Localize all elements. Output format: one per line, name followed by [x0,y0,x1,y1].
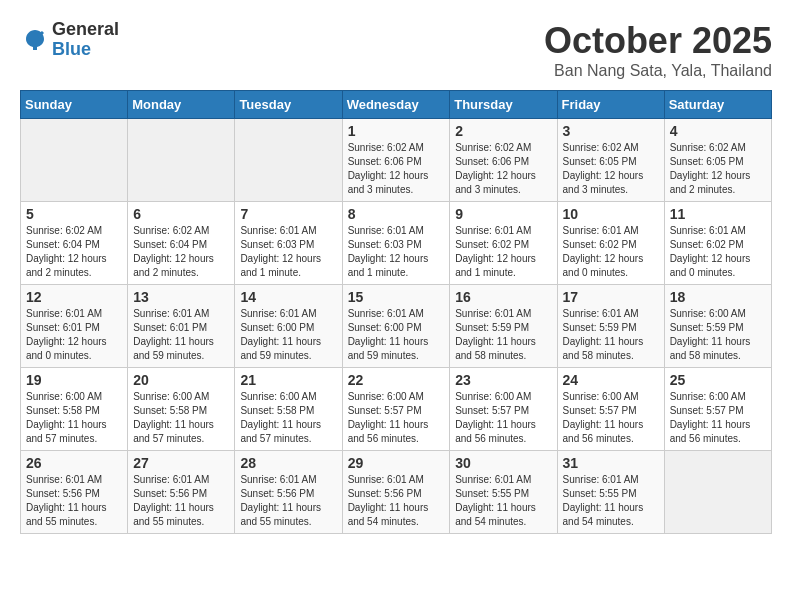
week-row-2: 5Sunrise: 6:02 AM Sunset: 6:04 PM Daylig… [21,202,772,285]
day-number: 24 [563,372,659,388]
header-row: SundayMondayTuesdayWednesdayThursdayFrid… [21,91,772,119]
calendar-cell: 27Sunrise: 6:01 AM Sunset: 5:56 PM Dayli… [128,451,235,534]
logo-general-text: General [52,20,119,40]
day-number: 29 [348,455,445,471]
day-info: Sunrise: 6:01 AM Sunset: 5:56 PM Dayligh… [26,473,122,529]
day-number: 1 [348,123,445,139]
day-info: Sunrise: 6:01 AM Sunset: 6:03 PM Dayligh… [348,224,445,280]
day-info: Sunrise: 6:01 AM Sunset: 6:01 PM Dayligh… [26,307,122,363]
day-number: 27 [133,455,229,471]
week-row-4: 19Sunrise: 6:00 AM Sunset: 5:58 PM Dayli… [21,368,772,451]
day-number: 20 [133,372,229,388]
calendar-cell: 15Sunrise: 6:01 AM Sunset: 6:00 PM Dayli… [342,285,450,368]
calendar-cell [235,119,342,202]
title-area: October 2025 Ban Nang Sata, Yala, Thaila… [544,20,772,80]
day-number: 16 [455,289,551,305]
day-info: Sunrise: 6:01 AM Sunset: 5:55 PM Dayligh… [455,473,551,529]
day-info: Sunrise: 6:00 AM Sunset: 5:57 PM Dayligh… [563,390,659,446]
calendar-cell: 11Sunrise: 6:01 AM Sunset: 6:02 PM Dayli… [664,202,771,285]
day-number: 14 [240,289,336,305]
day-info: Sunrise: 6:01 AM Sunset: 6:00 PM Dayligh… [348,307,445,363]
calendar-body: 1Sunrise: 6:02 AM Sunset: 6:06 PM Daylig… [21,119,772,534]
day-info: Sunrise: 6:00 AM Sunset: 5:57 PM Dayligh… [670,390,766,446]
day-number: 6 [133,206,229,222]
day-info: Sunrise: 6:01 AM Sunset: 6:03 PM Dayligh… [240,224,336,280]
calendar-cell: 21Sunrise: 6:00 AM Sunset: 5:58 PM Dayli… [235,368,342,451]
day-number: 30 [455,455,551,471]
day-info: Sunrise: 6:01 AM Sunset: 6:02 PM Dayligh… [670,224,766,280]
header-day-wednesday: Wednesday [342,91,450,119]
day-number: 23 [455,372,551,388]
calendar-cell: 2Sunrise: 6:02 AM Sunset: 6:06 PM Daylig… [450,119,557,202]
calendar-cell: 3Sunrise: 6:02 AM Sunset: 6:05 PM Daylig… [557,119,664,202]
header: General Blue October 2025 Ban Nang Sata,… [20,20,772,80]
day-info: Sunrise: 6:01 AM Sunset: 5:56 PM Dayligh… [240,473,336,529]
calendar-cell: 29Sunrise: 6:01 AM Sunset: 5:56 PM Dayli… [342,451,450,534]
day-info: Sunrise: 6:00 AM Sunset: 5:57 PM Dayligh… [348,390,445,446]
calendar-cell: 5Sunrise: 6:02 AM Sunset: 6:04 PM Daylig… [21,202,128,285]
day-info: Sunrise: 6:01 AM Sunset: 5:56 PM Dayligh… [133,473,229,529]
month-title: October 2025 [544,20,772,62]
week-row-1: 1Sunrise: 6:02 AM Sunset: 6:06 PM Daylig… [21,119,772,202]
calendar-cell: 20Sunrise: 6:00 AM Sunset: 5:58 PM Dayli… [128,368,235,451]
day-number: 25 [670,372,766,388]
day-info: Sunrise: 6:00 AM Sunset: 5:57 PM Dayligh… [455,390,551,446]
day-info: Sunrise: 6:00 AM Sunset: 5:58 PM Dayligh… [26,390,122,446]
calendar-cell: 12Sunrise: 6:01 AM Sunset: 6:01 PM Dayli… [21,285,128,368]
calendar-cell: 13Sunrise: 6:01 AM Sunset: 6:01 PM Dayli… [128,285,235,368]
day-number: 17 [563,289,659,305]
calendar-cell: 6Sunrise: 6:02 AM Sunset: 6:04 PM Daylig… [128,202,235,285]
header-day-sunday: Sunday [21,91,128,119]
header-day-friday: Friday [557,91,664,119]
day-number: 28 [240,455,336,471]
calendar-cell: 23Sunrise: 6:00 AM Sunset: 5:57 PM Dayli… [450,368,557,451]
day-number: 31 [563,455,659,471]
calendar-cell: 19Sunrise: 6:00 AM Sunset: 5:58 PM Dayli… [21,368,128,451]
day-info: Sunrise: 6:01 AM Sunset: 5:59 PM Dayligh… [455,307,551,363]
calendar-cell: 16Sunrise: 6:01 AM Sunset: 5:59 PM Dayli… [450,285,557,368]
calendar-cell: 9Sunrise: 6:01 AM Sunset: 6:02 PM Daylig… [450,202,557,285]
header-day-monday: Monday [128,91,235,119]
day-info: Sunrise: 6:01 AM Sunset: 6:02 PM Dayligh… [455,224,551,280]
day-number: 5 [26,206,122,222]
header-day-tuesday: Tuesday [235,91,342,119]
day-number: 11 [670,206,766,222]
logo-text: General Blue [52,20,119,60]
calendar-cell [128,119,235,202]
day-number: 13 [133,289,229,305]
header-day-thursday: Thursday [450,91,557,119]
calendar-cell: 14Sunrise: 6:01 AM Sunset: 6:00 PM Dayli… [235,285,342,368]
day-info: Sunrise: 6:01 AM Sunset: 5:55 PM Dayligh… [563,473,659,529]
calendar-cell: 4Sunrise: 6:02 AM Sunset: 6:05 PM Daylig… [664,119,771,202]
day-number: 10 [563,206,659,222]
calendar-cell: 17Sunrise: 6:01 AM Sunset: 5:59 PM Dayli… [557,285,664,368]
logo-icon [20,25,50,55]
logo: General Blue [20,20,119,60]
calendar-cell: 18Sunrise: 6:00 AM Sunset: 5:59 PM Dayli… [664,285,771,368]
day-info: Sunrise: 6:02 AM Sunset: 6:06 PM Dayligh… [455,141,551,197]
week-row-3: 12Sunrise: 6:01 AM Sunset: 6:01 PM Dayli… [21,285,772,368]
day-number: 2 [455,123,551,139]
calendar-cell: 8Sunrise: 6:01 AM Sunset: 6:03 PM Daylig… [342,202,450,285]
day-number: 3 [563,123,659,139]
day-number: 12 [26,289,122,305]
calendar-cell: 30Sunrise: 6:01 AM Sunset: 5:55 PM Dayli… [450,451,557,534]
day-number: 7 [240,206,336,222]
day-number: 15 [348,289,445,305]
day-info: Sunrise: 6:01 AM Sunset: 5:59 PM Dayligh… [563,307,659,363]
calendar-cell: 10Sunrise: 6:01 AM Sunset: 6:02 PM Dayli… [557,202,664,285]
day-number: 21 [240,372,336,388]
calendar-cell: 24Sunrise: 6:00 AM Sunset: 5:57 PM Dayli… [557,368,664,451]
calendar-cell: 7Sunrise: 6:01 AM Sunset: 6:03 PM Daylig… [235,202,342,285]
day-info: Sunrise: 6:02 AM Sunset: 6:05 PM Dayligh… [563,141,659,197]
day-number: 26 [26,455,122,471]
calendar-cell [21,119,128,202]
day-info: Sunrise: 6:02 AM Sunset: 6:04 PM Dayligh… [26,224,122,280]
day-info: Sunrise: 6:02 AM Sunset: 6:05 PM Dayligh… [670,141,766,197]
day-number: 18 [670,289,766,305]
logo-blue-text: Blue [52,40,119,60]
day-info: Sunrise: 6:02 AM Sunset: 6:06 PM Dayligh… [348,141,445,197]
day-number: 4 [670,123,766,139]
day-number: 8 [348,206,445,222]
day-number: 9 [455,206,551,222]
